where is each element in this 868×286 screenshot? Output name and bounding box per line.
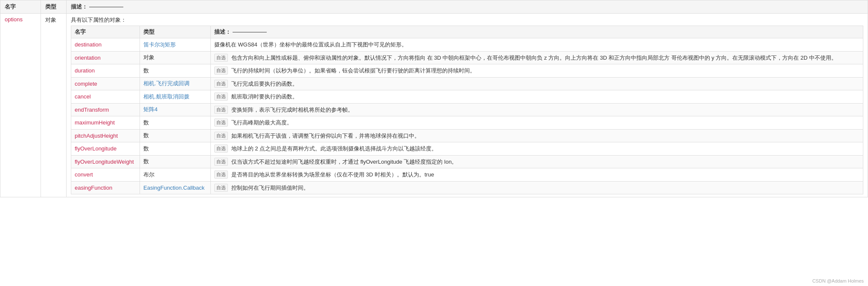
prop-desc-container: 自选是否将目的地从世界坐标转换为场景坐标（仅在不使用 3D 时相关）。默认为。t… xyxy=(214,170,859,179)
optional-badge: 自选 xyxy=(214,158,228,166)
prop-type-link[interactable]: 矩阵4 xyxy=(143,106,157,113)
prop-desc-text: 变换矩阵，表示飞行完成时相机将所处的参考帧。 xyxy=(231,106,353,114)
prop-name-cell: duration xyxy=(71,64,140,78)
optional-badge: 自选 xyxy=(214,170,228,179)
prop-desc-text: 地球上的 2 点之间总是有两种方式。此选项强制摄像机选择战斗方向以飞越該经度。 xyxy=(231,144,437,153)
prop-name-cell: cancel xyxy=(71,90,140,104)
prop-type-cell: 相机.飞行完成回调 xyxy=(140,77,211,90)
prop-desc-text: 控制如何在飞行期间插值时间。 xyxy=(231,184,309,192)
inner-table-row: easingFunctionEasingFunction.Callback自选控… xyxy=(71,181,863,194)
options-desc-cell: 具有以下属性的对象： 名字 类型 描述： xyxy=(67,14,868,197)
optional-badge: 自选 xyxy=(214,80,228,88)
inner-table-row: pitchAdjustHeight数自选如果相机飞行高于该值，请调整飞行俯仰以向… xyxy=(71,129,863,142)
options-type-cell: 对象 xyxy=(41,14,67,197)
prop-desc-container: 自选控制如何在飞行期间插值时间。 xyxy=(214,184,859,192)
inner-table-row: flyOverLongitude数自选地球上的 2 点之间总是有两种方式。此选项… xyxy=(71,142,863,156)
prop-name-cell: orientation xyxy=(71,51,140,64)
optional-badge: 自选 xyxy=(214,144,228,153)
prop-desc-container: 自选变换矩阵，表示飞行完成时相机将所处的参考帧。 xyxy=(214,106,859,114)
inner-table-row: maximumHeight数自选飞行高峰期的最大高度。 xyxy=(71,116,863,130)
prop-desc-text: 是否将目的地从世界坐标转换为场景坐标（仅在不使用 3D 时相关）。默认为。tru… xyxy=(231,170,434,179)
prop-type-cell: 笛卡尔3|矩形 xyxy=(140,38,211,52)
optional-badge: 自选 xyxy=(214,184,228,192)
prop-desc-cell: 自选飞行高峰期的最大高度。 xyxy=(210,116,863,130)
optional-badge: 自选 xyxy=(214,118,228,127)
prop-desc-text: 仅当该方式不超过短途时间飞越经度权重时，才通过 flyOverLongitude… xyxy=(231,158,457,166)
prop-desc-text: 飞行的持续时间（以秒为单位）。如果省略，钰会尝试根据飞行要行驶的距离计算理想的持… xyxy=(231,66,475,75)
prop-type-link[interactable]: EasingFunction.Callback xyxy=(143,185,204,191)
prop-desc-cell: 摄像机在 WGS84（世界）坐标中的最终位置或从自上而下视图中可见的矩形。 xyxy=(210,38,863,52)
prop-desc-cell: 自选航班取消时要执行的函数。 xyxy=(210,90,863,104)
prop-type-cell: 矩阵4 xyxy=(140,103,211,116)
inner-table-row: flyOverLongitudeWeight数自选仅当该方式不超过短途时间飞越经… xyxy=(71,155,863,168)
prop-name: destination xyxy=(75,41,102,48)
prop-type-cell: EasingFunction.Callback xyxy=(140,181,211,194)
prop-desc-cell: 自选仅当该方式不超过短途时间飞越经度权重时，才通过 flyOverLongitu… xyxy=(210,155,863,168)
inner-header-name: 名字 xyxy=(71,26,140,38)
inner-desc-underline xyxy=(233,32,267,32)
has-props-label: 具有以下属性的对象： xyxy=(71,16,863,26)
optional-badge: 自选 xyxy=(214,54,228,62)
options-name-cell: options xyxy=(0,14,41,197)
inner-table: 名字 类型 描述： destination笛卡尔3|矩形摄像机在 WGS84（世… xyxy=(71,26,863,194)
prop-type-cell: 数 xyxy=(140,155,211,168)
options-type: 对象 xyxy=(45,17,56,23)
prop-type-link[interactable]: 笛卡尔3|矩形 xyxy=(143,41,176,48)
prop-desc-container: 摄像机在 WGS84（世界）坐标中的最终位置或从自上而下视图中可见的矩形。 xyxy=(214,40,859,49)
prop-type-plain: 对象 xyxy=(143,54,154,61)
prop-name-cell: complete xyxy=(71,77,140,90)
prop-name-cell: endTransform xyxy=(71,103,140,116)
inner-table-row: cancel相机.航班取消回拨自选航班取消时要执行的函数。 xyxy=(71,90,863,104)
inner-table-row: orientation对象自选包含方向和向上属性或标题、俯仰和滚动属性的对象。默… xyxy=(71,51,863,64)
prop-type-cell: 相机.航班取消回拨 xyxy=(140,90,211,104)
optional-badge: 自选 xyxy=(214,92,228,101)
prop-desc-cell: 自选如果相机飞行高于该值，请调整飞行俯仰以向下看，并将地球保持在视口中。 xyxy=(210,129,863,142)
prop-type-plain: 布尔 xyxy=(143,171,154,178)
prop-desc-container: 自选地球上的 2 点之间总是有两种方式。此选项强制摄像机选择战斗方向以飞越該经度… xyxy=(214,144,859,153)
prop-name-cell: easingFunction xyxy=(71,181,140,194)
prop-desc-cell: 自选飞行完成后要执行的函数。 xyxy=(210,77,863,90)
prop-type-plain: 数 xyxy=(143,67,149,74)
prop-name: flyOverLongitude xyxy=(75,145,117,152)
prop-desc-container: 自选飞行高峰期的最大高度。 xyxy=(214,118,859,127)
prop-desc-container: 自选航班取消时要执行的函数。 xyxy=(214,92,859,101)
prop-desc-cell: 自选包含方向和向上属性或标题、俯仰和滚动属性的对象。默认情况下，方向将指向 在 … xyxy=(210,51,863,64)
prop-type-plain: 数 xyxy=(143,119,149,126)
prop-type-cell: 布尔 xyxy=(140,168,211,182)
prop-desc-cell: 自选飞行的持续时间（以秒为单位）。如果省略，钰会尝试根据飞行要行驶的距离计算理想… xyxy=(210,64,863,78)
prop-desc-text: 如果相机飞行高于该值，请调整飞行俯仰以向下看，并将地球保持在视口中。 xyxy=(231,132,420,140)
options-name: options xyxy=(5,16,23,23)
prop-name-cell: flyOverLongitudeWeight xyxy=(71,155,140,168)
header-type-col: 类型 xyxy=(41,0,67,14)
prop-name-cell: maximumHeight xyxy=(71,116,140,130)
prop-desc-text: 包含方向和向上属性或标题、俯仰和滚动属性的对象。默认情况下，方向将指向 在 3D… xyxy=(231,54,837,62)
prop-name: duration xyxy=(75,67,95,74)
inner-table-row: destination笛卡尔3|矩形摄像机在 WGS84（世界）坐标中的最终位置… xyxy=(71,38,863,52)
prop-desc-cell: 自选地球上的 2 点之间总是有两种方式。此选项强制摄像机选择战斗方向以飞越該经度… xyxy=(210,142,863,156)
prop-desc-cell: 自选是否将目的地从世界坐标转换为场景坐标（仅在不使用 3D 时相关）。默认为。t… xyxy=(210,168,863,182)
options-row: options 对象 具有以下属性的对象： 名字 类型 描述： xyxy=(0,14,868,197)
prop-desc-text: 航班取消时要执行的函数。 xyxy=(231,92,298,101)
prop-name: easingFunction xyxy=(75,185,112,191)
prop-type-plain: 数 xyxy=(143,145,149,152)
inner-header-type: 类型 xyxy=(140,26,211,38)
prop-type-plain: 数 xyxy=(143,132,149,139)
prop-name: flyOverLongitudeWeight xyxy=(75,159,134,165)
prop-desc-container: 自选如果相机飞行高于该值，请调整飞行俯仰以向下看，并将地球保持在视口中。 xyxy=(214,132,859,140)
prop-desc-cell: 自选控制如何在飞行期间插值时间。 xyxy=(210,181,863,194)
prop-desc-text: 摄像机在 WGS84（世界）坐标中的最终位置或从自上而下视图中可见的矩形。 xyxy=(214,40,407,49)
prop-desc-container: 自选飞行完成后要执行的函数。 xyxy=(214,80,859,88)
optional-badge: 自选 xyxy=(214,132,228,140)
prop-type-link[interactable]: 相机.航班取消回拨 xyxy=(143,93,189,100)
inner-table-row: endTransform矩阵4自选变换矩阵，表示飞行完成时相机将所处的参考帧。 xyxy=(71,103,863,116)
prop-type-plain: 数 xyxy=(143,158,149,165)
prop-name: maximumHeight xyxy=(75,119,115,126)
prop-type-cell: 数 xyxy=(140,116,211,130)
prop-type-link[interactable]: 相机.飞行完成回调 xyxy=(143,80,189,87)
prop-desc-container: 自选飞行的持续时间（以秒为单位）。如果省略，钰会尝试根据飞行要行驶的距离计算理想… xyxy=(214,66,859,75)
prop-type-cell: 对象 xyxy=(140,51,211,64)
prop-name: pitchAdjustHeight xyxy=(75,133,118,139)
prop-desc-text: 飞行完成后要执行的函数。 xyxy=(231,80,298,88)
prop-name-cell: destination xyxy=(71,38,140,52)
outer-table: 名字 类型 描述： options 对象 具有以下属性的对象： xyxy=(0,0,868,197)
